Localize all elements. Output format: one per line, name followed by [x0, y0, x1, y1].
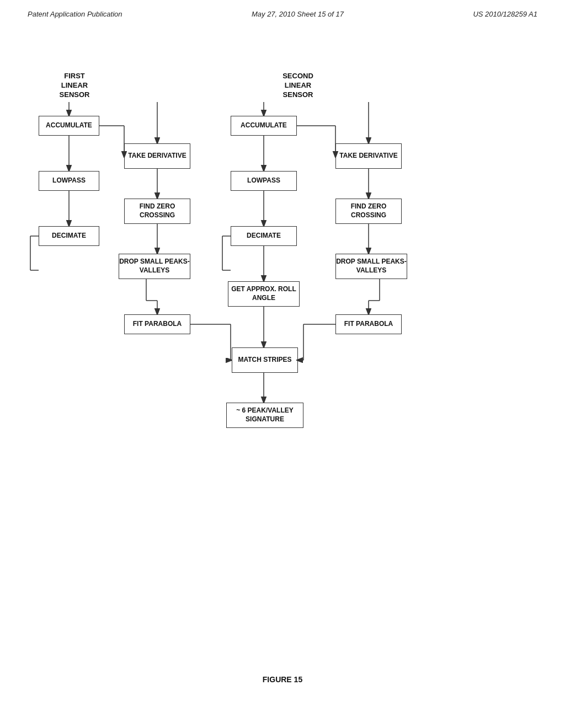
peak-valley-box: ~ 6 PEAK/VALLEY SIGNATURE: [226, 403, 303, 428]
accumulate2-box: ACCUMULATE: [231, 116, 297, 136]
take-deriv2-box: TAKE DERIVATIVE: [335, 143, 402, 169]
header-right: US 2010/128259 A1: [473, 10, 537, 18]
find-zero2-box: FIND ZERO CROSSING: [335, 199, 402, 224]
drop-small2-box: DROP SMALL PEAKS-VALLEYS: [335, 254, 407, 279]
first-sensor-label: FIRSTLINEARSENSOR: [50, 72, 99, 100]
lowpass1-box: LOWPASS: [39, 171, 99, 191]
match-stripes-box: MATCH STRIPES: [232, 347, 298, 373]
decimate2-box: DECIMATE: [231, 226, 297, 246]
accumulate1-box: ACCUMULATE: [39, 116, 99, 136]
drop-small1-box: DROP SMALL PEAKS-VALLEYS: [119, 254, 190, 279]
figure-caption: FIGURE 15: [0, 675, 565, 684]
fit-parabola2-box: FIT PARABOLA: [335, 314, 402, 334]
header-center: May 27, 2010 Sheet 15 of 17: [252, 10, 344, 18]
decimate1-box: DECIMATE: [39, 226, 99, 246]
fit-parabola1-box: FIT PARABOLA: [124, 314, 190, 334]
find-zero1-box: FIND ZERO CROSSING: [124, 199, 190, 224]
take-deriv1-box: TAKE DERIVATIVE: [124, 143, 190, 169]
page-header: Patent Application Publication May 27, 2…: [0, 0, 565, 18]
lowpass2-box: LOWPASS: [231, 171, 297, 191]
header-left: Patent Application Publication: [28, 10, 122, 18]
second-sensor-label: SECONDLINEARSENSOR: [270, 72, 326, 100]
diagram-area: FIRSTLINEARSENSOR SECONDLINEARSENSOR ACC…: [33, 72, 532, 645]
get-approx-box: GET APPROX. ROLL ANGLE: [228, 281, 300, 307]
